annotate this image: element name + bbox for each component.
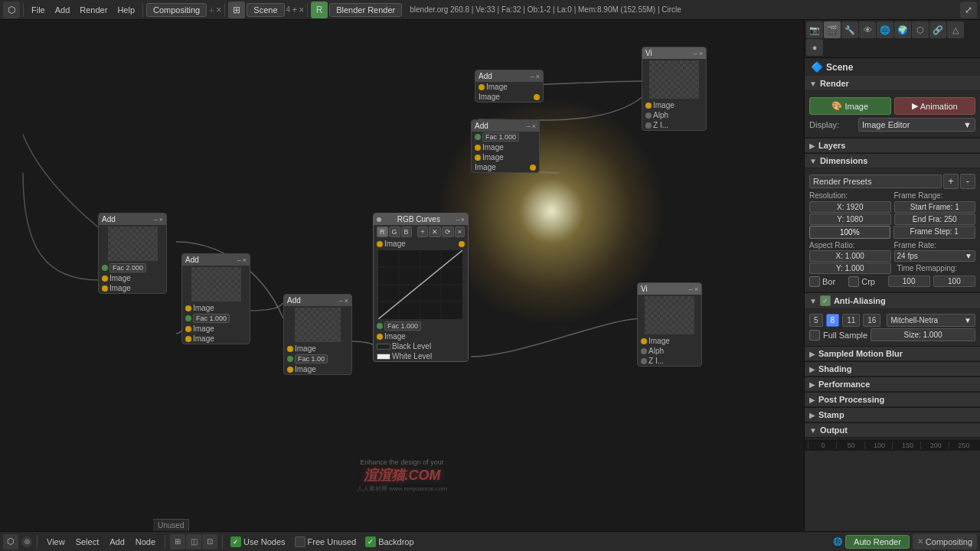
curve-btn-b[interactable]: B <box>401 227 412 237</box>
use-nodes-toggle[interactable]: ✓ Use Nodes <box>227 536 288 547</box>
auto-render-btn[interactable]: Auto Render <box>845 535 910 549</box>
workspace-close-icon[interactable]: × <box>216 5 221 15</box>
shading-header[interactable]: ▶ Shading <box>805 362 980 377</box>
node-collapse-btn2[interactable]: – <box>694 50 697 57</box>
fac-value-left3[interactable]: Fac 1.00 <box>295 354 328 364</box>
node-close-btn3[interactable]: × <box>532 122 536 130</box>
add-node-left3[interactable]: Add – × Image Fac 1.00 Image <box>283 294 352 375</box>
rpanel-tab-render[interactable]: 📷 <box>806 21 823 38</box>
menu-help[interactable]: Help <box>113 4 139 16</box>
presets-remove-btn[interactable]: - <box>960 174 975 189</box>
node-close-btn4[interactable]: × <box>159 216 163 223</box>
filter-selector[interactable]: Mitchell-Netra ▼ <box>887 314 975 327</box>
rpanel-tab-view[interactable]: 👁 <box>859 21 876 38</box>
aa-section-header[interactable]: ▼ ✓ Anti-Aliasing <box>805 293 980 309</box>
scene-close-icon[interactable]: × <box>299 5 304 15</box>
curve-tool-close[interactable]: × <box>455 227 465 237</box>
presets-selector[interactable]: Render Presets <box>809 174 942 188</box>
scene-selector[interactable]: Scene <box>247 3 284 17</box>
old-val-input[interactable]: 100 <box>888 276 930 287</box>
dimensions-section-header[interactable]: ▼ Dimensions <box>805 154 980 168</box>
node-collapse-btn6[interactable]: – <box>339 297 343 305</box>
node-graph-canvas[interactable]: Add – × Image Image Vi <box>0 20 804 531</box>
rgb-collapse-btn[interactable]: – <box>456 216 460 223</box>
rgb-close-btn[interactable]: × <box>461 216 465 223</box>
size-input[interactable]: Size: 1.000 <box>871 328 975 341</box>
res-y-input[interactable]: Y: 1080 <box>809 214 891 225</box>
node-close-btn5[interactable]: × <box>243 256 247 264</box>
menu-add-bottom[interactable]: Add <box>105 536 129 548</box>
view-icon-3[interactable]: ⊡ <box>202 534 217 549</box>
node-close-btn6[interactable]: × <box>345 297 348 305</box>
asp-y-input[interactable]: Y: 1.000 <box>809 262 891 274</box>
menu-select[interactable]: Select <box>71 536 104 548</box>
rpanel-tab-scene[interactable]: 🌐 <box>877 21 893 38</box>
image-render-btn[interactable]: 🎨 Image <box>809 97 891 115</box>
menu-file[interactable]: File <box>27 4 50 16</box>
curve-btn-g[interactable]: G <box>389 227 400 237</box>
view-icon-2[interactable]: ◫ <box>186 534 201 549</box>
menu-node[interactable]: Node <box>131 536 160 548</box>
post-processing-header[interactable]: ▶ Post Processing <box>805 393 980 407</box>
scene-mode-icon[interactable]: ⊞ <box>228 2 245 18</box>
add-node-center[interactable]: Add – × Fac 1.000 Image Image I <box>471 119 540 173</box>
canvas-area[interactable]: Add – × Image Image Vi <box>0 20 804 531</box>
node-collapse-btn5[interactable]: – <box>237 256 241 264</box>
curve-tool-1[interactable]: + <box>417 227 427 237</box>
add-node-left2[interactable]: Add – × Image Fac 1.000 Image <box>181 253 250 344</box>
viewer-node-top[interactable]: Vi – × Image Alph Z I... <box>642 47 707 131</box>
viewer-node-bottom[interactable]: Vi – × Image Alph Z I... <box>637 282 702 367</box>
performance-header[interactable]: ▶ Performance <box>805 377 980 392</box>
asp-x-input[interactable]: X: 1.000 <box>809 250 891 262</box>
fullscreen-icon[interactable]: ⤢ <box>960 2 977 18</box>
rpanel-tab-render-settings[interactable]: 🎬 <box>824 21 841 38</box>
rgb-curves-node[interactable]: RGB Curves – × R G B + ✕ ⟳ × <box>373 213 469 362</box>
sample-5-btn[interactable]: 5 <box>809 314 823 327</box>
node-close-btn2[interactable]: × <box>699 50 703 57</box>
rpanel-tab-material[interactable]: ● <box>806 39 823 56</box>
node-collapse-btn7[interactable]: – <box>689 285 693 293</box>
compositing-workspace-btn[interactable]: ✕ Compositing <box>913 534 977 549</box>
bor-checkbox[interactable] <box>809 276 820 287</box>
fps-selector[interactable]: 24 fps ▼ <box>894 250 976 262</box>
free-unused-toggle[interactable]: Free Unused <box>292 536 360 547</box>
fac-value-left2[interactable]: Fac 1.000 <box>193 314 230 323</box>
animation-render-btn[interactable]: ▶ Animation <box>894 97 976 115</box>
node-collapse-btn4[interactable]: – <box>154 216 158 223</box>
res-x-input[interactable]: X: 1920 <box>809 201 891 213</box>
fac-value-rgb[interactable]: Fac 1.000 <box>384 321 421 331</box>
rpanel-tab-output[interactable]: 🔧 <box>841 21 858 38</box>
view-icon-1[interactable]: ⊞ <box>170 534 185 549</box>
frame-step-input[interactable]: Frame Step: 1 <box>893 226 976 239</box>
add-node-top[interactable]: Add – × Image Image <box>475 70 544 103</box>
output-header[interactable]: ▼ Output <box>805 423 980 438</box>
new-val-input[interactable]: 100 <box>933 276 975 287</box>
motion-blur-header[interactable]: ▶ Sampled Motion Blur <box>805 347 980 361</box>
sample-16-btn[interactable]: 16 <box>863 314 880 327</box>
curve-btn-r[interactable]: R <box>377 227 388 237</box>
rpanel-tab-data[interactable]: △ <box>947 21 964 38</box>
scene-add-icon[interactable]: + <box>292 5 297 15</box>
mode-icon[interactable]: ◎ <box>21 536 32 547</box>
menu-add[interactable]: Add <box>51 4 75 16</box>
aa-checkbox[interactable]: ✓ <box>820 295 831 306</box>
menu-render[interactable]: Render <box>75 4 112 16</box>
display-value-selector[interactable]: Image Editor ▼ <box>858 118 975 132</box>
curve-tool-3[interactable]: ⟳ <box>442 227 454 237</box>
fac-value[interactable]: Fac 1.000 <box>482 132 519 142</box>
presets-add-btn[interactable]: + <box>943 174 959 189</box>
sample-11-btn[interactable]: 11 <box>842 314 860 327</box>
menu-view[interactable]: View <box>42 536 70 548</box>
node-collapse-btn3[interactable]: – <box>527 122 531 130</box>
end-frame-input[interactable]: End Fra: 250 <box>894 214 976 225</box>
start-frame-input[interactable]: Start Frame: 1 <box>894 201 976 213</box>
layers-section-header[interactable]: ▶ Layers <box>805 139 980 153</box>
stamp-header[interactable]: ▶ Stamp <box>805 408 980 422</box>
render-section-header[interactable]: ▼ Render <box>805 77 980 91</box>
render-engine-selector[interactable]: Blender Render <box>329 3 402 17</box>
rpanel-tab-constraints[interactable]: 🔗 <box>929 21 946 38</box>
rpanel-tab-world[interactable]: 🌍 <box>894 21 911 38</box>
add-node-left[interactable]: Add – × Fac 2.000 Image Image <box>98 213 167 294</box>
blender-logo-icon[interactable]: ⬡ <box>3 2 20 18</box>
workspace-add-icon[interactable]: + <box>208 4 214 16</box>
